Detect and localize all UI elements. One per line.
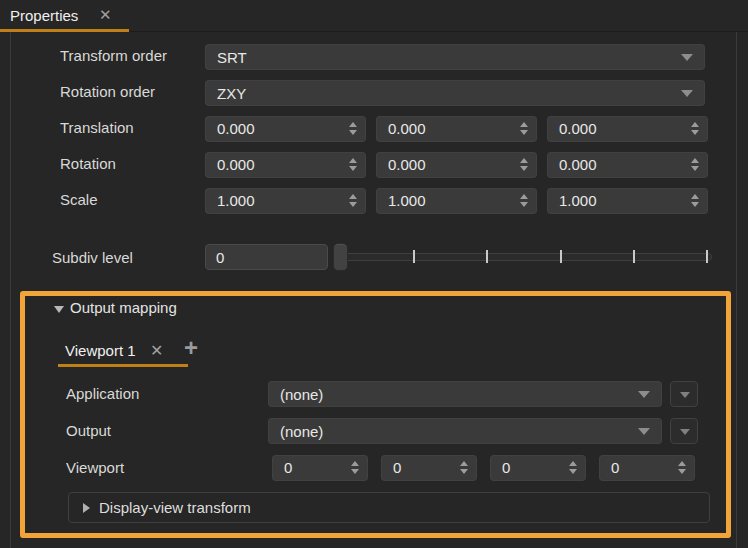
chevron-down-icon <box>638 428 650 435</box>
chevron-down-icon <box>681 90 693 97</box>
viewport-width-spinner[interactable]: 0 <box>490 455 586 481</box>
output-picker-button[interactable] <box>670 418 698 444</box>
subdiv-level-input[interactable] <box>205 244 328 270</box>
rotation-order-value: ZXY <box>217 85 246 102</box>
translation-y-spinner[interactable]: 0.000 <box>376 116 537 142</box>
active-tab-underline <box>0 29 129 32</box>
spin-down-icon[interactable] <box>349 202 357 207</box>
output-value: (none) <box>280 423 323 440</box>
collapse-caret-right-icon <box>83 503 90 513</box>
rotation-x-spinner[interactable]: 0.000 <box>205 152 366 178</box>
subdiv-slider-handle[interactable] <box>333 243 348 271</box>
chevron-down-icon <box>638 391 650 398</box>
viewport-y-spinner[interactable]: 0 <box>381 455 477 481</box>
spin-down-icon[interactable] <box>569 469 577 474</box>
output-label: Output <box>66 422 111 439</box>
viewport-x-spinner[interactable]: 0 <box>272 455 368 481</box>
transform-order-value: SRT <box>217 49 247 66</box>
scale-y-spinner[interactable]: 1.000 <box>376 188 537 214</box>
spin-up-icon[interactable] <box>460 461 468 466</box>
rotation-spinners: 0.000 0.000 0.000 <box>205 152 708 178</box>
spin-up-icon[interactable] <box>691 158 699 163</box>
spin-up-icon[interactable] <box>349 194 357 199</box>
spin-up-icon[interactable] <box>678 461 686 466</box>
rotation-z-spinner[interactable]: 0.000 <box>547 152 708 178</box>
transform-order-label: Transform order <box>60 47 167 64</box>
spin-down-icon[interactable] <box>691 166 699 171</box>
slider-tick <box>486 250 488 263</box>
output-mapping-header[interactable]: Output mapping <box>70 299 177 316</box>
scale-x-spinner[interactable]: 1.000 <box>205 188 366 214</box>
collapse-caret-down-icon <box>54 306 64 313</box>
tab-viewport-1[interactable]: Viewport 1 <box>65 342 136 359</box>
spin-up-icon[interactable] <box>691 194 699 199</box>
spin-down-icon[interactable] <box>691 130 699 135</box>
spin-down-icon[interactable] <box>520 130 528 135</box>
spin-up-icon[interactable] <box>351 461 359 466</box>
spin-down-icon[interactable] <box>349 130 357 135</box>
display-view-transform-label: Display-view transform <box>99 499 251 516</box>
spin-down-icon[interactable] <box>460 469 468 474</box>
chevron-down-icon <box>681 54 693 61</box>
spin-down-icon[interactable] <box>520 166 528 171</box>
spin-up-icon[interactable] <box>349 122 357 127</box>
rotation-order-label: Rotation order <box>60 83 155 100</box>
display-view-transform-header[interactable]: Display-view transform <box>68 492 710 523</box>
scale-spinners: 1.000 1.000 1.000 <box>205 188 708 214</box>
translation-z-spinner[interactable]: 0.000 <box>547 116 708 142</box>
spin-down-icon[interactable] <box>349 166 357 171</box>
spin-up-icon[interactable] <box>520 122 528 127</box>
output-dropdown[interactable]: (none) <box>268 418 662 444</box>
spin-up-icon[interactable] <box>691 122 699 127</box>
spin-down-icon[interactable] <box>520 202 528 207</box>
spin-up-icon[interactable] <box>520 158 528 163</box>
rotation-order-dropdown[interactable]: ZXY <box>205 80 705 106</box>
application-dropdown[interactable]: (none) <box>268 381 662 407</box>
spin-up-icon[interactable] <box>520 194 528 199</box>
spin-down-icon[interactable] <box>691 202 699 207</box>
slider-tick <box>560 250 562 263</box>
properties-panel: Properties ✕ Transform order SRT Rotatio… <box>0 0 748 548</box>
viewport-spinners: 0 0 0 0 <box>272 455 695 481</box>
tab-properties[interactable]: Properties <box>10 7 78 24</box>
spin-up-icon[interactable] <box>349 158 357 163</box>
viewport-tab-add-icon[interactable]: + <box>184 334 198 362</box>
viewport-height-spinner[interactable]: 0 <box>599 455 695 481</box>
translation-label: Translation <box>60 119 134 136</box>
subdiv-slider-track[interactable] <box>336 253 712 261</box>
chevron-down-icon <box>680 392 690 398</box>
slider-tick <box>413 250 415 263</box>
application-label: Application <box>66 385 139 402</box>
rotation-label: Rotation <box>60 155 116 172</box>
spin-down-icon[interactable] <box>351 469 359 474</box>
slider-tick <box>706 250 708 263</box>
rotation-y-spinner[interactable]: 0.000 <box>376 152 537 178</box>
chevron-down-icon <box>680 429 690 435</box>
viewport-tab-underline <box>58 364 188 367</box>
tab-bar: Properties ✕ <box>0 0 748 32</box>
scale-label: Scale <box>60 191 98 208</box>
tab-close-icon[interactable]: ✕ <box>99 6 112 24</box>
transform-order-dropdown[interactable]: SRT <box>205 44 705 70</box>
subdiv-level-label: Subdiv level <box>52 249 133 266</box>
spin-down-icon[interactable] <box>678 469 686 474</box>
application-picker-button[interactable] <box>670 381 698 407</box>
slider-tick <box>633 250 635 263</box>
translation-spinners: 0.000 0.000 0.000 <box>205 116 708 142</box>
spin-up-icon[interactable] <box>569 461 577 466</box>
translation-x-spinner[interactable]: 0.000 <box>205 116 366 142</box>
viewport-label: Viewport <box>66 459 124 476</box>
viewport-tab-close-icon[interactable]: ✕ <box>150 341 163 360</box>
application-value: (none) <box>280 386 323 403</box>
scale-z-spinner[interactable]: 1.000 <box>547 188 708 214</box>
